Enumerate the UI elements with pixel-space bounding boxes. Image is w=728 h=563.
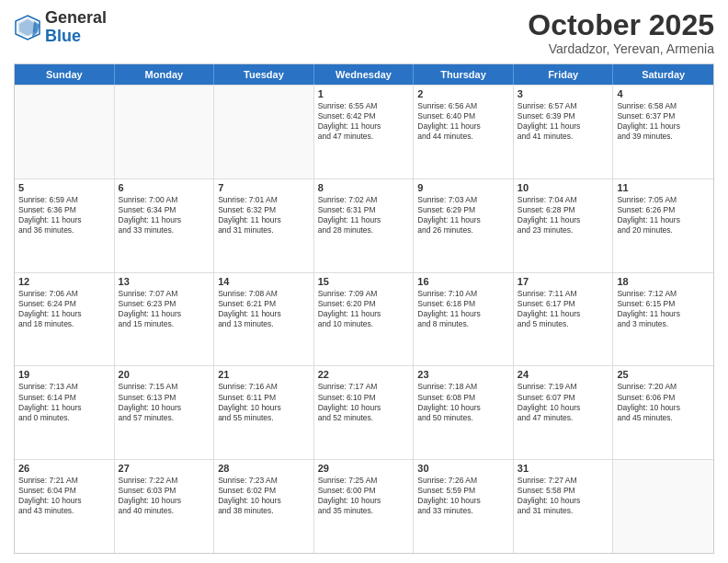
- day-info: Sunrise: 7:16 AM Sunset: 6:11 PM Dayligh…: [218, 382, 310, 422]
- calendar-cell: 24Sunrise: 7:19 AM Sunset: 6:07 PM Dayli…: [514, 366, 614, 459]
- day-info: Sunrise: 7:00 AM Sunset: 6:34 PM Dayligh…: [119, 195, 210, 236]
- day-info: Sunrise: 7:26 AM Sunset: 5:59 PM Dayligh…: [417, 476, 509, 516]
- calendar-cell: 7Sunrise: 7:01 AM Sunset: 6:32 PM Daylig…: [214, 179, 314, 272]
- calendar-cell: 8Sunrise: 7:02 AM Sunset: 6:31 PM Daylig…: [314, 179, 415, 272]
- day-info: Sunrise: 6:56 AM Sunset: 6:40 PM Dayligh…: [417, 101, 509, 142]
- day-number: 23: [417, 369, 509, 380]
- day-info: Sunrise: 7:21 AM Sunset: 6:04 PM Dayligh…: [18, 476, 110, 516]
- calendar-cell: 30Sunrise: 7:26 AM Sunset: 5:59 PM Dayli…: [414, 460, 514, 553]
- day-info: Sunrise: 7:25 AM Sunset: 6:00 PM Dayligh…: [318, 476, 410, 516]
- day-number: 19: [18, 369, 110, 380]
- calendar-cell: 11Sunrise: 7:05 AM Sunset: 6:26 PM Dayli…: [613, 179, 713, 272]
- calendar: SundayMondayTuesdayWednesdayThursdayFrid…: [14, 63, 714, 554]
- calendar-cell: 29Sunrise: 7:25 AM Sunset: 6:00 PM Dayli…: [314, 460, 415, 553]
- day-number: 12: [18, 276, 110, 287]
- day-info: Sunrise: 7:01 AM Sunset: 6:32 PM Dayligh…: [218, 195, 310, 236]
- day-info: Sunrise: 7:05 AM Sunset: 6:26 PM Dayligh…: [617, 195, 710, 236]
- calendar-cell: 17Sunrise: 7:11 AM Sunset: 6:17 PM Dayli…: [514, 273, 614, 366]
- day-number: 20: [119, 369, 210, 380]
- calendar-cell: 1Sunrise: 6:55 AM Sunset: 6:42 PM Daylig…: [314, 86, 415, 178]
- weekday-header: Friday: [514, 64, 614, 85]
- calendar-cell: 20Sunrise: 7:15 AM Sunset: 6:13 PM Dayli…: [115, 366, 215, 459]
- calendar-cell: 2Sunrise: 6:56 AM Sunset: 6:40 PM Daylig…: [414, 86, 514, 178]
- logo-blue-text: Blue: [45, 28, 107, 46]
- logo-general-text: General: [45, 9, 107, 28]
- calendar-header: SundayMondayTuesdayWednesdayThursdayFrid…: [15, 64, 713, 85]
- calendar-cell: 5Sunrise: 6:59 AM Sunset: 6:36 PM Daylig…: [15, 179, 115, 272]
- day-number: 21: [218, 369, 310, 380]
- weekday-header: Thursday: [414, 64, 514, 85]
- day-number: 13: [119, 276, 210, 287]
- header: General Blue October 2025 Vardadzor, Yer…: [14, 9, 714, 56]
- day-number: 7: [218, 182, 310, 193]
- day-info: Sunrise: 6:55 AM Sunset: 6:42 PM Dayligh…: [318, 101, 410, 142]
- calendar-cell: 23Sunrise: 7:18 AM Sunset: 6:08 PM Dayli…: [414, 366, 514, 459]
- day-number: 25: [617, 369, 710, 380]
- calendar-cell: 13Sunrise: 7:07 AM Sunset: 6:23 PM Dayli…: [115, 273, 215, 366]
- day-number: 31: [518, 463, 609, 474]
- day-info: Sunrise: 7:10 AM Sunset: 6:18 PM Dayligh…: [417, 289, 509, 329]
- calendar-cell: 12Sunrise: 7:06 AM Sunset: 6:24 PM Dayli…: [15, 273, 115, 366]
- day-info: Sunrise: 7:03 AM Sunset: 6:29 PM Dayligh…: [417, 195, 509, 236]
- calendar-cell: 26Sunrise: 7:21 AM Sunset: 6:04 PM Dayli…: [15, 460, 115, 553]
- day-info: Sunrise: 6:57 AM Sunset: 6:39 PM Dayligh…: [518, 101, 609, 142]
- calendar-cell: [115, 86, 215, 178]
- calendar-cell: 14Sunrise: 7:08 AM Sunset: 6:21 PM Dayli…: [214, 273, 314, 366]
- day-info: Sunrise: 7:06 AM Sunset: 6:24 PM Dayligh…: [18, 289, 110, 329]
- calendar-cell: 4Sunrise: 6:58 AM Sunset: 6:37 PM Daylig…: [613, 86, 713, 178]
- calendar-row: 1Sunrise: 6:55 AM Sunset: 6:42 PM Daylig…: [15, 85, 713, 178]
- calendar-cell: 16Sunrise: 7:10 AM Sunset: 6:18 PM Dayli…: [414, 273, 514, 366]
- day-info: Sunrise: 7:23 AM Sunset: 6:02 PM Dayligh…: [218, 476, 310, 516]
- day-number: 15: [318, 276, 410, 287]
- day-info: Sunrise: 7:07 AM Sunset: 6:23 PM Dayligh…: [119, 289, 210, 329]
- day-number: 9: [417, 182, 509, 193]
- day-number: 5: [18, 182, 110, 193]
- day-number: 28: [218, 463, 310, 474]
- day-info: Sunrise: 7:02 AM Sunset: 6:31 PM Dayligh…: [318, 195, 410, 236]
- day-number: 30: [417, 463, 509, 474]
- day-info: Sunrise: 7:04 AM Sunset: 6:28 PM Dayligh…: [518, 195, 609, 236]
- calendar-cell: 15Sunrise: 7:09 AM Sunset: 6:20 PM Dayli…: [314, 273, 415, 366]
- day-info: Sunrise: 7:11 AM Sunset: 6:17 PM Dayligh…: [518, 289, 609, 329]
- weekday-header: Saturday: [613, 64, 713, 85]
- day-number: 6: [119, 182, 210, 193]
- logo-text: General Blue: [45, 9, 107, 46]
- calendar-cell: [613, 460, 713, 553]
- calendar-cell: 18Sunrise: 7:12 AM Sunset: 6:15 PM Dayli…: [613, 273, 713, 366]
- calendar-cell: 22Sunrise: 7:17 AM Sunset: 6:10 PM Dayli…: [314, 366, 415, 459]
- day-info: Sunrise: 7:22 AM Sunset: 6:03 PM Dayligh…: [119, 476, 210, 516]
- day-info: Sunrise: 7:09 AM Sunset: 6:20 PM Dayligh…: [318, 289, 410, 329]
- day-number: 16: [417, 276, 509, 287]
- day-number: 1: [318, 88, 410, 99]
- day-number: 17: [518, 276, 609, 287]
- day-info: Sunrise: 7:18 AM Sunset: 6:08 PM Dayligh…: [417, 382, 509, 422]
- calendar-cell: 19Sunrise: 7:13 AM Sunset: 6:14 PM Dayli…: [15, 366, 115, 459]
- logo: General Blue: [14, 9, 107, 46]
- weekday-header: Monday: [115, 64, 215, 85]
- day-number: 2: [417, 88, 509, 99]
- calendar-row: 12Sunrise: 7:06 AM Sunset: 6:24 PM Dayli…: [15, 272, 713, 366]
- day-info: Sunrise: 7:27 AM Sunset: 5:58 PM Dayligh…: [518, 476, 609, 516]
- day-number: 11: [617, 182, 710, 193]
- day-number: 29: [318, 463, 410, 474]
- calendar-cell: 9Sunrise: 7:03 AM Sunset: 6:29 PM Daylig…: [414, 179, 514, 272]
- weekday-header: Sunday: [15, 64, 115, 85]
- day-number: 24: [518, 369, 609, 380]
- calendar-cell: 27Sunrise: 7:22 AM Sunset: 6:03 PM Dayli…: [115, 460, 215, 553]
- logo-icon: [14, 14, 41, 41]
- weekday-header: Tuesday: [214, 64, 314, 85]
- day-info: Sunrise: 7:19 AM Sunset: 6:07 PM Dayligh…: [518, 382, 609, 422]
- day-info: Sunrise: 7:08 AM Sunset: 6:21 PM Dayligh…: [218, 289, 310, 329]
- day-number: 4: [617, 88, 710, 99]
- page: General Blue October 2025 Vardadzor, Yer…: [0, 0, 728, 563]
- calendar-cell: 21Sunrise: 7:16 AM Sunset: 6:11 PM Dayli…: [214, 366, 314, 459]
- day-number: 22: [318, 369, 410, 380]
- title-block: October 2025 Vardadzor, Yerevan, Armenia: [528, 9, 714, 56]
- day-info: Sunrise: 7:20 AM Sunset: 6:06 PM Dayligh…: [617, 382, 710, 422]
- calendar-cell: 10Sunrise: 7:04 AM Sunset: 6:28 PM Dayli…: [514, 179, 614, 272]
- day-number: 8: [318, 182, 410, 193]
- day-number: 26: [18, 463, 110, 474]
- day-number: 27: [119, 463, 210, 474]
- calendar-row: 26Sunrise: 7:21 AM Sunset: 6:04 PM Dayli…: [15, 459, 713, 553]
- location: Vardadzor, Yerevan, Armenia: [528, 41, 714, 56]
